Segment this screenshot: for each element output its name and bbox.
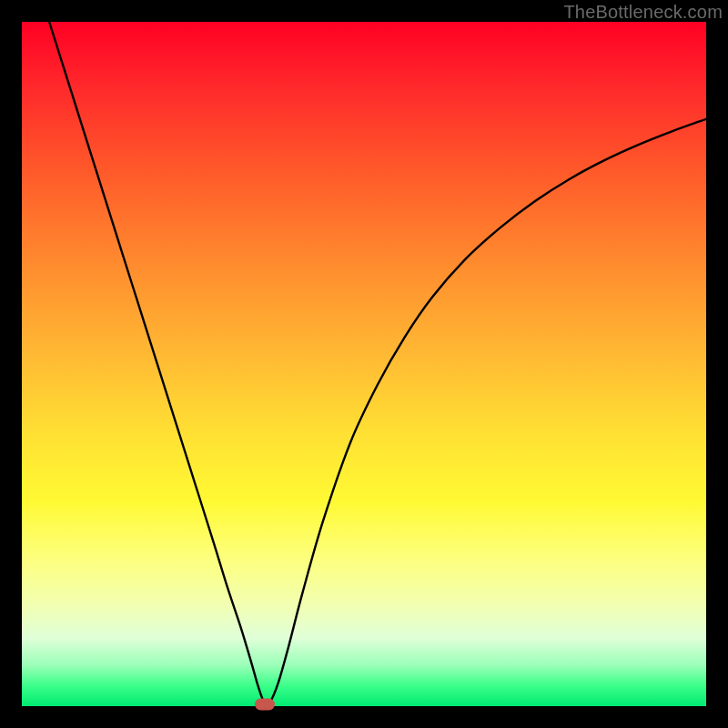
optimum-marker [255, 699, 275, 711]
chart-background-gradient [22, 22, 706, 706]
watermark-text: TheBottleneck.com [563, 2, 723, 23]
chart-frame [22, 22, 706, 706]
